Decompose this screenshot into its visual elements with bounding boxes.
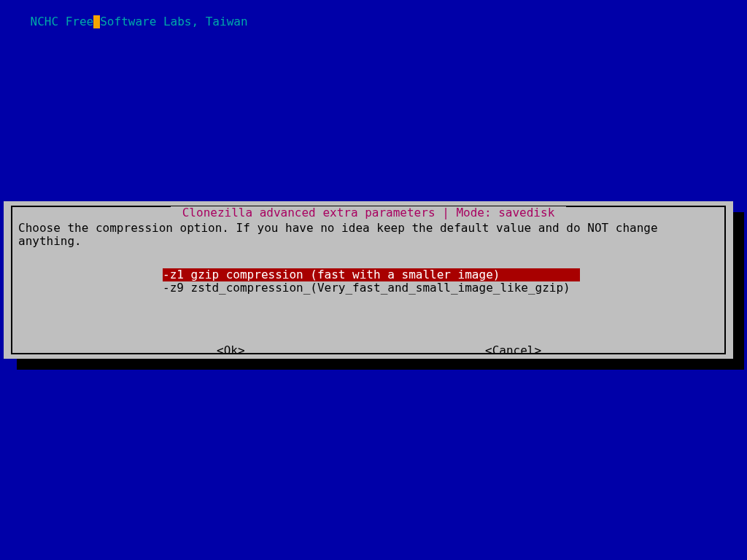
compression-dialog: Clonezilla advanced extra parameters | M… — [4, 201, 733, 359]
option-z1-gzip[interactable]: -z1 gzip compression (fast with a smalle… — [18, 268, 719, 281]
terminal-cursor-icon — [93, 15, 100, 28]
dialog-instruction: Choose the compression option. If you ha… — [18, 222, 719, 248]
ok-button[interactable]: <Ok> — [217, 344, 245, 357]
cancel-button[interactable]: <Cancel> — [485, 344, 541, 357]
option-list: -z1 gzip compression (fast with a smalle… — [18, 268, 719, 295]
terminal-screen: NCHC FreeSoftware Labs, Taiwan Clonezill… — [0, 0, 747, 560]
option-label: gzip compression (fast with a smaller im… — [191, 268, 500, 281]
option-z9-zstd[interactable]: -z9 zstd_compression_(Very_fast_and_smal… — [18, 281, 719, 295]
option-flag: -z1 — [163, 268, 184, 281]
page-header: NCHC FreeSoftware Labs, Taiwan — [2, 2, 248, 42]
dialog-title: Clonezilla advanced extra parameters | M… — [171, 206, 566, 219]
dialog-frame: Clonezilla advanced extra parameters | M… — [11, 206, 726, 354]
header-text-left: NCHC Free — [31, 15, 94, 28]
option-label: zstd_compression_(Very_fast_and_small_im… — [191, 281, 570, 295]
option-flag: -z9 — [163, 281, 184, 295]
header-text-right: Software Labs, Taiwan — [100, 15, 247, 28]
